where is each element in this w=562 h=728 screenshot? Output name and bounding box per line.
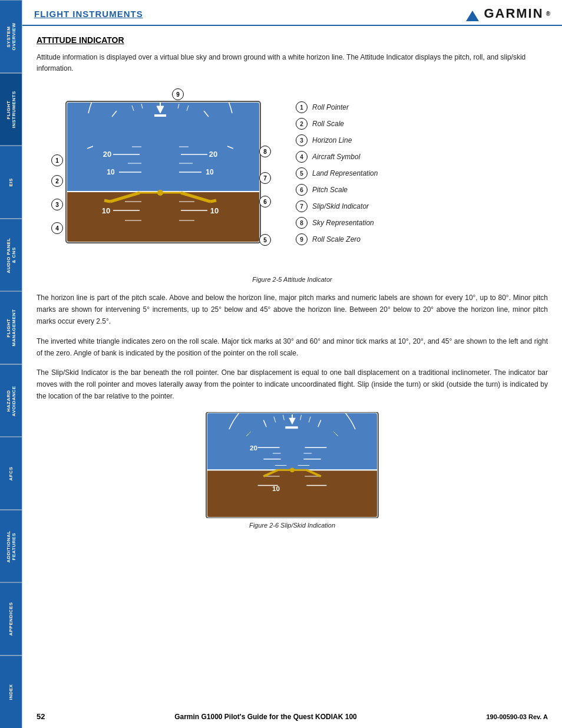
legend-item-7: 7 Slip/Skid Indicator <box>296 200 548 212</box>
legend-text-3: Horizon Line <box>312 136 352 144</box>
svg-text:20: 20 <box>250 444 257 452</box>
svg-rect-3 <box>67 192 259 242</box>
sidebar-item-audio-panel[interactable]: AUDIO PANEL& CNS <box>0 219 22 292</box>
body-paragraph-3: The Slip/Skid Indicator is the bar benea… <box>37 367 548 402</box>
svg-line-26 <box>104 200 110 202</box>
body-paragraph-2: The inverted white triangle indicates ze… <box>37 336 548 360</box>
legend-num-1: 1 <box>296 101 308 113</box>
sidebar-item-appendices[interactable]: APPENDICES <box>0 582 22 655</box>
legend-num-7: 7 <box>296 200 308 212</box>
garmin-logo: GARMIN ® <box>464 5 550 22</box>
sidebar-item-flight-instruments[interactable]: FLIGHTINSTRUMENTS <box>0 73 22 146</box>
svg-text:20: 20 <box>209 150 217 159</box>
intro-paragraph: Attitude information is displayed over a… <box>37 52 548 74</box>
main-content: FLIGHT INSTRUMENTS GARMIN ® ATTITUDE IND… <box>22 0 562 552</box>
registered-mark: ® <box>546 11 550 17</box>
garmin-triangle-icon <box>464 5 481 22</box>
legend-text-4: Aircraft Symbol <box>312 153 360 161</box>
legend-num-4: 4 <box>296 151 308 163</box>
figure1-caption: Figure 2-5 Attitude Indicator <box>37 276 548 283</box>
svg-rect-74 <box>285 426 297 429</box>
legend-text-1: Roll Pointer <box>312 103 349 111</box>
svg-text:20: 20 <box>103 150 111 159</box>
sidebar-item-afcs[interactable]: AFCS <box>0 437 22 510</box>
header-title: FLIGHT INSTRUMENTS <box>34 9 143 19</box>
section-title: ATTITUDE INDICATOR <box>37 35 548 45</box>
legend-item-3: 3 Horizon Line <box>296 134 548 146</box>
svg-rect-41 <box>154 114 166 117</box>
sidebar-item-additional-features[interactable]: ADDITIONALFEATURES <box>0 510 22 583</box>
slip-skid-svg: 20 10 <box>204 412 381 518</box>
legend-text-8: Sky Representation <box>312 219 374 227</box>
attitude-indicator-svg: 20 20 10 10 <box>37 84 284 266</box>
svg-text:10: 10 <box>206 168 214 176</box>
legend-text-2: Roll Scale <box>312 120 344 128</box>
legend-item-1: 1 Roll Pointer <box>296 101 548 113</box>
legend-text-5: Land Representation <box>312 169 378 177</box>
legend-item-8: 8 Sky Representation <box>296 217 548 229</box>
legend-item-9: 9 Roll Scale Zero <box>296 233 548 245</box>
svg-text:10: 10 <box>210 206 219 215</box>
legend-text-6: Pitch Scale <box>312 186 348 194</box>
body-paragraph-1: The horizon line is part of the pitch sc… <box>37 292 548 327</box>
legend-item-5: 5 Land Representation <box>296 167 548 179</box>
sidebar-item-index[interactable]: INDEX <box>0 655 22 729</box>
diagram1-container: 20 20 10 10 <box>37 84 548 269</box>
sidebar-item-eis[interactable]: EIS <box>0 146 22 219</box>
attitude-diagram: 20 20 10 10 <box>37 84 284 269</box>
svg-rect-46 <box>207 470 377 517</box>
svg-line-28 <box>210 200 216 202</box>
page-header: FLIGHT INSTRUMENTS GARMIN ® <box>22 0 562 26</box>
sidebar-item-system-overview[interactable]: SYSTEMOVERVIEW <box>0 0 22 73</box>
figure2-caption: Figure 2-6 Slip/Skid Indication <box>249 522 335 529</box>
legend-item-6: 6 Pitch Scale <box>296 184 548 196</box>
footer-title: Garmin G1000 Pilot's Guide for the Quest… <box>174 713 357 721</box>
legend-num-2: 2 <box>296 118 308 130</box>
sidebar-item-flight-management[interactable]: FLIGHTMANAGEMENT <box>0 291 22 364</box>
diagram1-legend: 1 Roll Pointer 2 Roll Scale 3 Horizon Li… <box>296 84 548 250</box>
svg-point-72 <box>290 467 295 472</box>
legend-text-9: Roll Scale Zero <box>312 235 361 243</box>
page-number: 52 <box>37 712 45 721</box>
legend-num-9: 9 <box>296 233 308 245</box>
legend-num-5: 5 <box>296 167 308 179</box>
sidebar: SYSTEMOVERVIEW FLIGHTINSTRUMENTS EIS AUD… <box>0 0 22 728</box>
legend-item-2: 2 Roll Scale <box>296 118 548 130</box>
svg-text:10: 10 <box>107 168 115 176</box>
sidebar-item-hazard-avoidance[interactable]: HAZARDAVOIDANCE <box>0 364 22 437</box>
legend-num-6: 6 <box>296 184 308 196</box>
garmin-logo-text: GARMIN <box>484 6 543 21</box>
legend-item-4: 4 Aircraft Symbol <box>296 151 548 163</box>
page-footer: 52 Garmin G1000 Pilot's Guide for the Qu… <box>22 712 562 721</box>
legend-num-3: 3 <box>296 134 308 146</box>
footer-doc: 190-00590-03 Rev. A <box>486 713 548 720</box>
slip-skid-container: 20 10 <box>37 412 548 538</box>
legend-num-8: 8 <box>296 217 308 229</box>
page-content: ATTITUDE INDICATOR Attitude information … <box>22 26 562 552</box>
svg-text:10: 10 <box>102 206 110 215</box>
legend-text-7: Slip/Skid Indicator <box>312 202 369 210</box>
